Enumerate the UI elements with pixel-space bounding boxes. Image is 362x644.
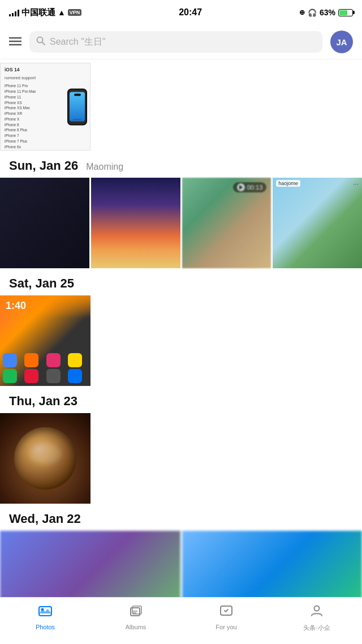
video-duration: 00:13 (247, 184, 263, 191)
device-illustration (67, 88, 87, 125)
nav-label-photos: Photos (36, 624, 55, 630)
content-area: iOS 14 rumored support iPhone 11 Pro iPh… (0, 59, 362, 644)
app-icon (68, 353, 82, 367)
coffee-foam (30, 443, 61, 465)
photo-cell[interactable] (91, 178, 180, 268)
status-bar: 中国联通 ▲ VPN 20:47 ⊕ 🎧 63% (0, 0, 362, 25)
article-list: iPhone 11 Pro iPhone 11 Pro Max iPhone 1… (5, 83, 55, 151)
nav-item-photos[interactable]: Photos (0, 603, 90, 630)
search-header: Search "生日" JA (0, 25, 362, 59)
nav-label-albums: Albums (126, 624, 146, 630)
photo-row-jan25: 1:40 (0, 295, 362, 386)
avatar[interactable]: JA (330, 31, 353, 53)
photo-row-jan26: 00:13 haojome ··· (0, 178, 362, 268)
search-bar[interactable]: Search "生日" (29, 31, 322, 53)
nav-label-for-you: For you (216, 624, 236, 630)
menu-icon[interactable] (9, 36, 21, 49)
article-title: iOS 14 (5, 67, 86, 74)
date-location: Maoming (86, 162, 123, 172)
app-icons-grid (0, 350, 90, 386)
svg-point-7 (41, 608, 44, 611)
article-subtitle: rumored support (5, 75, 86, 81)
social-handle: haojome (276, 180, 300, 187)
battery-percent: 63% (320, 8, 335, 17)
battery-icon (338, 9, 353, 16)
person-icon (309, 603, 324, 621)
signal-icon (9, 8, 19, 16)
svg-rect-5 (39, 607, 51, 616)
status-carrier: 中国联通 ▲ VPN (9, 7, 81, 18)
nav-item-for-you[interactable]: For you (181, 603, 272, 630)
search-placeholder: Search "生日" (50, 36, 106, 48)
date-main: Sat, Jan 25 (9, 276, 74, 291)
nav-item-albums[interactable]: Albums (90, 603, 181, 630)
wifi-icon: ▲ (58, 8, 66, 17)
status-right: ⊕ 🎧 63% (299, 8, 353, 17)
albums-icon (128, 603, 143, 621)
app-icon (3, 369, 17, 383)
app-icon (24, 353, 38, 367)
date-main: Wed, Jan 22 (9, 512, 81, 526)
social-photo-cell[interactable]: haojome ··· (273, 178, 362, 268)
date-main: Thu, Jan 23 (9, 394, 77, 409)
date-section-thu-jan-23: Thu, Jan 23 (0, 386, 362, 413)
svg-marker-6 (39, 609, 51, 613)
nav-item-search[interactable]: 头条·小众 (272, 603, 362, 632)
vpn-badge: VPN (68, 9, 82, 16)
android-screenshot[interactable]: 1:40 (0, 295, 90, 386)
photos-icon (38, 603, 53, 621)
carrier-name: 中国联通 (21, 7, 55, 18)
play-icon (237, 183, 245, 191)
video-badge: 00:13 (233, 182, 267, 192)
photo-cell[interactable] (0, 178, 89, 268)
date-section-sun-jan-26: Sun, Jan 26 Maoming (0, 151, 362, 178)
headphone-icon: 🎧 (308, 8, 317, 17)
coffee-photo[interactable] (0, 413, 90, 504)
app-icon (3, 353, 17, 367)
coffee-circle (14, 427, 76, 490)
search-icon (36, 36, 45, 48)
svg-line-4 (42, 42, 45, 45)
date-section-wed-jan-22: Wed, Jan 22 (0, 504, 362, 531)
app-icon (46, 369, 61, 383)
photo-row-jan23 (0, 413, 362, 504)
avatar-initials: JA (336, 37, 347, 47)
app-icon (24, 369, 38, 383)
more-icon[interactable]: ··· (353, 180, 359, 188)
video-photo-cell[interactable]: 00:13 (182, 178, 272, 268)
article-thumbnail[interactable]: iOS 14 rumored support iPhone 11 Pro iPh… (0, 63, 90, 151)
location-icon: ⊕ (299, 8, 305, 16)
app-icon (46, 353, 61, 367)
article-section: iOS 14 rumored support iPhone 11 Pro iPh… (0, 59, 362, 151)
status-time: 20:47 (179, 7, 202, 18)
nav-label-search: 头条·小众 (303, 624, 330, 632)
app-icon (68, 369, 82, 383)
for-you-icon (219, 603, 234, 621)
date-section-sat-jan-25: Sat, Jan 25 (0, 268, 362, 295)
bottom-nav: Photos Albums For you 头 (0, 597, 362, 644)
date-main: Sun, Jan 26 (9, 158, 78, 173)
svg-point-13 (314, 606, 320, 611)
